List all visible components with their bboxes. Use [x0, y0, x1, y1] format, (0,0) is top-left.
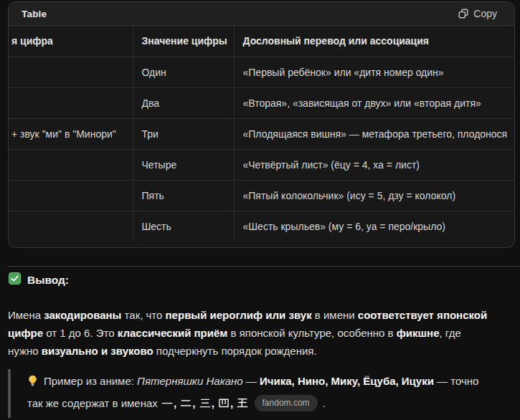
- column-header: Дословный перевод или ассоциация: [234, 26, 514, 57]
- copy-button-label: Copy: [473, 8, 497, 19]
- table-cell: «Четвёртый лист» (ёцу = 4, ха = лист): [234, 149, 514, 180]
- table-row: Пять «Пятый колокольчик» (ису = 5, дзу =…: [9, 180, 514, 211]
- table-cell: Четыре: [133, 149, 234, 180]
- table-header-row: я цифра Значение цифры Дословный перевод…: [9, 26, 514, 57]
- conclusion-paragraph: Имена закодированы так, что первый иерог…: [8, 306, 519, 360]
- kanji-glyph: [237, 394, 248, 415]
- table-row: Шесть «Шесть крыльев» (му = 6, уа = перо…: [9, 211, 514, 242]
- data-table: я цифра Значение цифры Дословный перевод…: [9, 26, 514, 242]
- quote-line-text: Пример из аниме: Пятерняшки Накано — Ичи…: [44, 375, 478, 387]
- table-row: Два «Вторая», «зависящая от двух» или «в…: [9, 87, 514, 118]
- section-divider: [7, 266, 520, 267]
- white-check-mark-icon: [9, 272, 21, 287]
- kanji-glyph: [199, 394, 211, 415]
- kanji-glyph: [218, 394, 230, 415]
- table-cell: [9, 149, 133, 180]
- table-cell: [9, 57, 133, 87]
- table-cell: [9, 87, 133, 118]
- fandom-source-badge[interactable]: fandom.com: [255, 395, 318, 411]
- example-blockquote: Пример из аниме: Пятерняшки Накано — Ичи…: [8, 369, 513, 418]
- table-row: + звук "ми" в "Минори" Три «Плодящаяся в…: [9, 118, 514, 149]
- table-cell: Два: [133, 87, 234, 118]
- table-cell: [9, 180, 133, 211]
- column-header: Значение цифры: [133, 26, 234, 57]
- quote-line-text: так же содержат в именах , , , , fandom.…: [27, 397, 326, 409]
- quote-line: так же содержат в именах , , , , fandom.…: [27, 393, 513, 415]
- paragraph-line: Имена закодированы так, что первый иерог…: [8, 306, 519, 324]
- paragraph-line: цифре от 1 до 6. Это классический приём …: [8, 324, 519, 342]
- light-bulb-icon: [27, 372, 38, 393]
- table-cell: «Плодящаяся вишня» — метафора третьего, …: [234, 118, 514, 149]
- copy-button[interactable]: Copy: [458, 8, 497, 19]
- table-cell: «Пятый колокольчик» (ису = 5, дзу = коло…: [234, 180, 514, 211]
- table-card-header: Table Copy: [9, 2, 514, 26]
- table-cell: Шесть: [133, 211, 234, 242]
- table-card-title: Table: [22, 9, 47, 19]
- conclusion-heading: Вывод:: [9, 272, 69, 287]
- table-cell: «Первый ребёнок» или «дитя номер один»: [234, 57, 514, 87]
- copy-icon: [458, 9, 468, 19]
- table-scroll-area[interactable]: я цифра Значение цифры Дословный перевод…: [9, 26, 514, 247]
- table-cell: «Шесть крыльев» (му = 6, уа = перо/крыло…: [234, 211, 514, 242]
- table-cell: + звук "ми" в "Минори": [9, 118, 133, 149]
- paragraph-line: нужно визуально и звуково подчеркнуть по…: [8, 342, 519, 360]
- table-row: Один «Первый ребёнок» или «дитя номер од…: [9, 57, 514, 87]
- quote-line: Пример из аниме: Пятерняшки Накано — Ичи…: [27, 371, 513, 393]
- table-cell: Три: [133, 118, 234, 149]
- table-cell: «Вторая», «зависящая от двух» или «втора…: [234, 87, 514, 118]
- kanji-glyph: [161, 394, 173, 415]
- table-card: Table Copy я цифра Значение цифры Дослов…: [8, 1, 515, 248]
- conclusion-heading-label: Вывод:: [27, 274, 69, 287]
- table-row: Четыре «Четвёртый лист» (ёцу = 4, ха = л…: [9, 149, 514, 180]
- table-cell: [9, 211, 133, 242]
- table-cell: Один: [133, 57, 234, 87]
- column-header: я цифра: [9, 26, 133, 57]
- table-cell: Пять: [133, 180, 234, 211]
- kanji-glyph: [180, 394, 192, 415]
